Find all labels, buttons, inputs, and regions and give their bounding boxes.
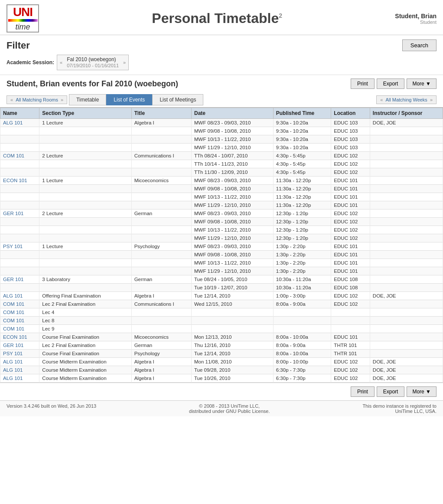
session-dates: 07/19/2010 - 01/16/2011 xyxy=(67,63,119,68)
cell-title xyxy=(131,226,191,234)
col-date: Date xyxy=(191,108,273,119)
cell-date: Tue 08/24 - 10/05, 2010 xyxy=(191,275,273,284)
cell-instructor xyxy=(370,308,443,317)
cell-time: 4:30p - 5:45p xyxy=(273,160,331,168)
cell-date xyxy=(191,308,273,317)
cell-location: THTR 101 xyxy=(331,350,370,358)
cell-time: 6:30p - 7:30p xyxy=(273,374,331,383)
cell-section xyxy=(39,201,131,209)
cell-time: 1:30p - 2:20p xyxy=(273,251,331,259)
cell-title: Psychology xyxy=(131,350,191,358)
cell-title: Psychology xyxy=(131,242,191,251)
print-button-top[interactable]: Print xyxy=(351,79,375,89)
cell-location: EDUC 101 xyxy=(331,201,370,209)
search-button[interactable]: Search xyxy=(402,39,436,51)
cell-location: EDUC 102 xyxy=(331,209,370,218)
events-table: Name Section Type Title Date Published T… xyxy=(0,108,443,383)
weeks-label: All Matching Weeks xyxy=(385,97,427,102)
col-time: Published Time xyxy=(273,108,331,119)
cell-name: GER 101 xyxy=(0,209,39,218)
cell-date: MWF 10/13 - 11/22, 2010 xyxy=(191,135,273,144)
rooms-nav[interactable]: « All Matching Rooms » xyxy=(7,95,67,104)
export-button-top[interactable]: Export xyxy=(377,79,405,89)
table-row: MWF 10/13 - 11/22, 201011:30a - 12:20pED… xyxy=(0,193,443,201)
cell-time: 1:00p - 3:00p xyxy=(273,292,331,300)
cell-section: 1 Lecture xyxy=(39,119,131,127)
cell-section: Lec 2 Final Examination xyxy=(39,341,131,350)
cell-title xyxy=(131,144,191,152)
cell-name: ALG 101 xyxy=(0,358,39,366)
logo: UNI time xyxy=(7,4,39,33)
rooms-prev-arrow[interactable]: « xyxy=(10,97,13,102)
print-button-bottom[interactable]: Print xyxy=(351,386,375,397)
table-row: ALG 101Course Midterm ExaminationAlgebra… xyxy=(0,374,443,383)
cell-time: 9:30a - 10:20a xyxy=(273,127,331,135)
cell-date: MWF 09/08 - 10/08, 2010 xyxy=(191,185,273,193)
cell-instructor: DOE, JOE xyxy=(370,119,443,127)
cell-name: ALG 101 xyxy=(0,366,39,374)
cell-date: Tue 10/26, 2010 xyxy=(191,374,273,383)
cell-location: THTR 101 xyxy=(331,341,370,350)
cell-date: MWF 11/29 - 12/10, 2010 xyxy=(191,234,273,242)
cell-section: Lec 9 xyxy=(39,325,131,333)
cell-instructor xyxy=(370,333,443,341)
table-row: COM 101Lec 9 xyxy=(0,325,443,333)
table-row: ALG 101Offering Final ExaminationAlgebra… xyxy=(0,292,443,300)
cell-section: 2 Lecture xyxy=(39,152,131,160)
events-header: Student, Brian events for Fal 2010 (woeb… xyxy=(0,75,443,92)
cell-time xyxy=(273,325,331,333)
events-title: Student, Brian events for Fal 2010 (woeb… xyxy=(7,79,178,88)
cell-date: MWF 11/29 - 12/10, 2010 xyxy=(191,201,273,209)
more-button-top[interactable]: More ▼ xyxy=(407,79,436,89)
cell-date: Mon 11/08, 2010 xyxy=(191,358,273,366)
cell-name: ALG 101 xyxy=(0,292,39,300)
cell-instructor xyxy=(370,267,443,275)
cell-location: EDUC 101 xyxy=(331,333,370,341)
cell-time: 6:30p - 7:30p xyxy=(273,366,331,374)
cell-time: 8:00p - 10:00p xyxy=(273,358,331,366)
cell-date: MWF 08/23 - 09/03, 2010 xyxy=(191,242,273,251)
cell-instructor xyxy=(370,185,443,193)
cell-location: EDUC 103 xyxy=(331,144,370,152)
session-nav[interactable]: « Fal 2010 (woebegon) 07/19/2010 - 01/16… xyxy=(57,55,129,70)
cell-date xyxy=(191,325,273,333)
table-row: MWF 10/13 - 11/22, 20101:30p - 2:20pEDUC… xyxy=(0,259,443,267)
col-title: Title xyxy=(131,108,191,119)
cell-location: EDUC 101 xyxy=(331,267,370,275)
rooms-next-arrow[interactable]: » xyxy=(61,97,63,102)
cell-section xyxy=(39,160,131,168)
cell-title: German xyxy=(131,275,191,284)
cell-instructor xyxy=(370,234,443,242)
cell-location: EDUC 101 xyxy=(331,251,370,259)
user-role: Student xyxy=(395,20,436,25)
cell-section: Course Final Examination xyxy=(39,333,131,341)
user-name: Student, Brian xyxy=(395,13,436,20)
cell-title: Algebra I xyxy=(131,374,191,383)
more-button-bottom[interactable]: More ▼ xyxy=(407,386,436,397)
table-row: MWF 09/08 - 10/08, 201011:30a - 12:20pED… xyxy=(0,185,443,193)
cell-time: 10:30a - 11:20a xyxy=(273,284,331,292)
export-button-bottom[interactable]: Export xyxy=(377,386,405,397)
session-next-arrow[interactable]: » xyxy=(123,60,126,65)
tab-timetable[interactable]: Timetable xyxy=(69,94,106,105)
cell-section xyxy=(39,193,131,201)
weeks-next-arrow[interactable]: » xyxy=(430,97,433,102)
cell-date: Tue 12/14, 2010 xyxy=(191,350,273,358)
cell-date: Thu 12/16, 2010 xyxy=(191,341,273,350)
cell-title: Communications I xyxy=(131,300,191,308)
table-row: ALG 1011 LectureAlgebra IMWF 08/23 - 09/… xyxy=(0,119,443,127)
cell-time: 8:00a - 9:00a xyxy=(273,341,331,350)
cell-name xyxy=(0,168,39,177)
cell-instructor xyxy=(370,218,443,226)
tab-events[interactable]: List of Events xyxy=(106,94,152,105)
weeks-nav[interactable]: « All Matching Weeks » xyxy=(376,95,436,104)
cell-location: EDUC 102 xyxy=(331,226,370,234)
cell-section xyxy=(39,284,131,292)
session-prev-arrow[interactable]: « xyxy=(60,60,62,65)
cell-section: Offering Final Examination xyxy=(39,292,131,300)
weeks-prev-arrow[interactable]: « xyxy=(380,97,383,102)
col-location: Location xyxy=(331,108,370,119)
tab-meetings[interactable]: List of Meetings xyxy=(152,94,203,105)
cell-name xyxy=(0,127,39,135)
cell-date: Tue 10/19 - 12/07, 2010 xyxy=(191,284,273,292)
